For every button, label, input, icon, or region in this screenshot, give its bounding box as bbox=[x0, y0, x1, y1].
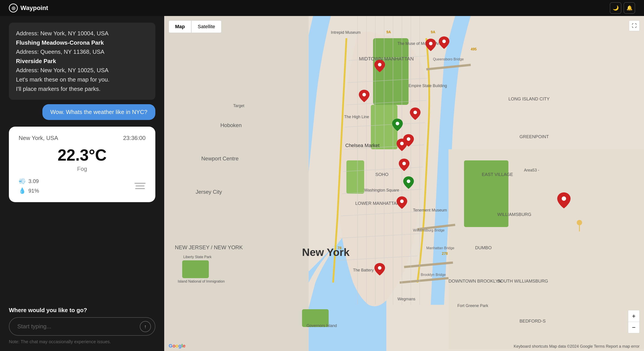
send-icon: ↑ bbox=[144, 324, 147, 329]
app-name: Waypoint bbox=[20, 5, 48, 12]
logo-icon: ◎ bbox=[9, 4, 18, 13]
svg-point-68 bbox=[429, 42, 432, 45]
svg-rect-7 bbox=[373, 38, 408, 105]
weather-card: New York, USA 23:36:00 22.3°C Fog 💨 3.09… bbox=[9, 127, 155, 202]
svg-point-78 bbox=[400, 199, 404, 203]
svg-text:Fort Greene Park: Fort Greene Park bbox=[457, 303, 488, 308]
header: ◎ Waypoint 🌙 🔔 bbox=[0, 0, 644, 16]
svg-point-75 bbox=[400, 142, 404, 145]
svg-text:Brooklyn Bridge: Brooklyn Bridge bbox=[421, 273, 446, 277]
svg-text:DOWNTOWN BROOKLYN: DOWNTOWN BROOKLYN bbox=[448, 279, 502, 283]
message-line-5: Address: New York, NY 10025, USA bbox=[16, 67, 108, 74]
prompt-label: Where would you like to go? bbox=[9, 307, 155, 314]
fog-line-2 bbox=[136, 185, 144, 186]
svg-rect-5 bbox=[346, 160, 364, 194]
wind-value: 3.09 bbox=[28, 178, 39, 184]
map-attribution: Keyboard shortcuts Map data ©2024 Google… bbox=[514, 344, 640, 349]
fog-line-1 bbox=[134, 183, 146, 184]
note-text: Note: The chat may occasionally experien… bbox=[9, 339, 155, 344]
map-zoom-out-button[interactable]: − bbox=[628, 322, 640, 333]
svg-text:Target: Target bbox=[233, 104, 244, 108]
header-actions: 🌙 🔔 bbox=[610, 2, 635, 14]
weather-time: 23:36:00 bbox=[123, 135, 146, 142]
weather-condition: Fog bbox=[19, 166, 146, 172]
svg-point-76 bbox=[402, 162, 406, 165]
svg-point-70 bbox=[378, 63, 382, 67]
logo: ◎ Waypoint bbox=[9, 4, 48, 13]
svg-text:DUMBO: DUMBO bbox=[475, 245, 492, 250]
humidity-row: 💧 91% bbox=[19, 187, 39, 194]
main-layout: Address: New York, NY 10004, USA Flushin… bbox=[0, 16, 644, 351]
svg-text:9A: 9A bbox=[431, 30, 436, 34]
user-message: Wow. Whats the weather like in NYC? bbox=[42, 104, 155, 120]
chat-input-wrapper: ↑ bbox=[9, 317, 155, 336]
svg-text:Jersey City: Jersey City bbox=[196, 189, 222, 195]
moon-icon: 🌙 bbox=[613, 5, 619, 11]
right-panel: MIDTOWN MANHATTAN SOHO LOWER MANHATTAN L… bbox=[164, 16, 644, 351]
svg-point-81 bbox=[577, 220, 582, 225]
svg-point-79 bbox=[378, 266, 382, 270]
map-svg: MIDTOWN MANHATTAN SOHO LOWER MANHATTAN L… bbox=[164, 16, 644, 351]
svg-text:78: 78 bbox=[338, 246, 342, 250]
svg-text:9A: 9A bbox=[386, 30, 391, 34]
svg-text:Williamsburg Bridge: Williamsburg Bridge bbox=[413, 228, 444, 232]
svg-text:Hoboken: Hoboken bbox=[220, 122, 242, 128]
humidity-icon: 💧 bbox=[19, 187, 26, 194]
map-zoom-in-button[interactable]: + bbox=[628, 310, 640, 322]
svg-text:Washington Square: Washington Square bbox=[364, 188, 399, 192]
svg-text:New York: New York bbox=[302, 246, 350, 258]
svg-text:Queensboro Bridge: Queensboro Bridge bbox=[433, 57, 464, 61]
map-container[interactable]: MIDTOWN MANHATTAN SOHO LOWER MANHATTAN L… bbox=[164, 16, 644, 351]
svg-text:MIDTOWN MANHATTAN: MIDTOWN MANHATTAN bbox=[359, 56, 414, 62]
weather-metrics: 💨 3.09 💧 91% bbox=[19, 178, 39, 194]
map-fullscreen-button[interactable]: ⛶ bbox=[629, 21, 640, 31]
svg-text:EAST VILLAGE: EAST VILLAGE bbox=[482, 172, 513, 177]
map-type-satellite-button[interactable]: Satellite bbox=[191, 21, 222, 33]
wind-row: 💨 3.09 bbox=[19, 178, 39, 185]
svg-point-77 bbox=[407, 179, 410, 183]
svg-text:Chelsea Market: Chelsea Market bbox=[345, 143, 380, 148]
svg-text:SOUTH WILLIAMSBURG: SOUTH WILLIAMSBURG bbox=[497, 279, 548, 283]
svg-rect-6 bbox=[464, 160, 508, 227]
notifications-button[interactable]: 🔔 bbox=[624, 2, 635, 14]
map-attribution-google: Google bbox=[169, 343, 186, 349]
svg-text:Intrepid Museum: Intrepid Museum bbox=[331, 30, 360, 35]
svg-point-69 bbox=[442, 40, 446, 43]
svg-point-72 bbox=[396, 122, 399, 125]
svg-text:GREENPOINT: GREENPOINT bbox=[520, 134, 549, 139]
svg-text:Island National of Immigration: Island National of Immigration bbox=[178, 279, 225, 283]
svg-text:Liberty State Park: Liberty State Park bbox=[183, 255, 212, 259]
dark-mode-button[interactable]: 🌙 bbox=[610, 2, 621, 14]
svg-text:The High Line: The High Line bbox=[344, 115, 369, 119]
humidity-value: 91% bbox=[28, 188, 39, 194]
svg-text:495: 495 bbox=[471, 47, 477, 51]
svg-text:Manhattan Bridge: Manhattan Bridge bbox=[426, 246, 454, 250]
svg-text:Governors Island: Governors Island bbox=[306, 323, 337, 328]
svg-text:The Battery: The Battery bbox=[353, 268, 374, 272]
send-button[interactable]: ↑ bbox=[140, 321, 151, 332]
user-message-wrapper: Wow. Whats the weather like in NYC? bbox=[9, 104, 155, 120]
svg-text:Tenement Museum: Tenement Museum bbox=[413, 208, 447, 212]
weather-temperature: 22.3°C bbox=[19, 146, 146, 164]
svg-text:Empire State Building: Empire State Building bbox=[408, 84, 447, 88]
assistant-message: Address: New York, NY 10004, USA Flushin… bbox=[9, 23, 155, 100]
fog-visual bbox=[134, 182, 146, 189]
map-zoom-controls: + − bbox=[628, 310, 640, 333]
chat-input[interactable] bbox=[9, 317, 155, 336]
weather-location: New York, USA bbox=[19, 135, 58, 142]
svg-text:BEDFORD-S: BEDFORD-S bbox=[520, 318, 546, 323]
weather-details: 💨 3.09 💧 91% bbox=[19, 178, 146, 194]
svg-point-80 bbox=[562, 196, 566, 201]
weather-header: New York, USA 23:36:00 bbox=[19, 135, 146, 142]
message-bold-2: Riverside Park bbox=[16, 58, 56, 65]
svg-text:Wegmans: Wegmans bbox=[398, 297, 416, 301]
chat-area: Address: New York, NY 10004, USA Flushin… bbox=[9, 23, 155, 307]
map-type-map-button[interactable]: Map bbox=[169, 21, 191, 33]
svg-text:SOHO: SOHO bbox=[376, 172, 388, 177]
google-logo: G bbox=[169, 343, 172, 348]
svg-point-74 bbox=[407, 137, 410, 141]
left-panel: Address: New York, NY 10004, USA Flushin… bbox=[0, 16, 164, 351]
svg-text:Newport Centre: Newport Centre bbox=[201, 156, 238, 162]
svg-text:WILLIAMSBURG: WILLIAMSBURG bbox=[497, 212, 531, 217]
message-line-7: I'll place markers for these parks. bbox=[16, 86, 100, 92]
